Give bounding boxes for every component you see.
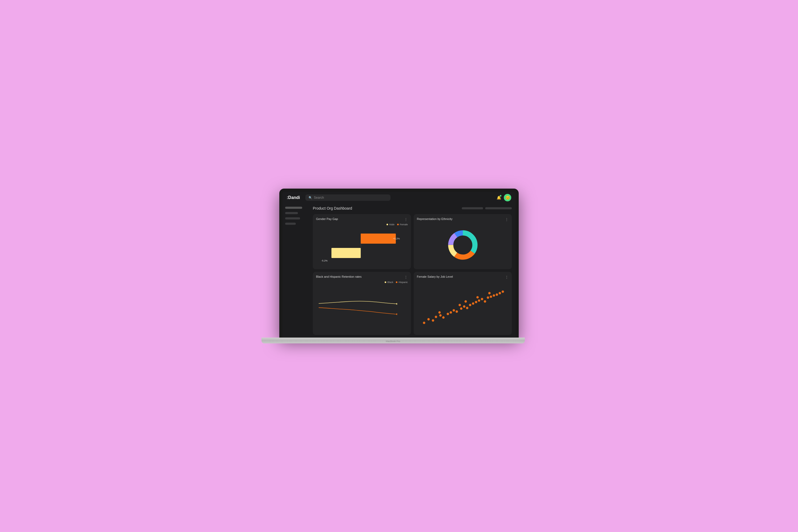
retention-card: Black and Hispanic Retention rates ⋮ Bla… [313,272,411,335]
sidebar-item-4[interactable] [285,223,296,225]
svg-point-17 [456,310,458,313]
control-pill-1[interactable] [462,207,483,209]
svg-point-33 [438,311,441,314]
retention-chart: 91% 88% [316,286,408,332]
svg-point-13 [442,316,444,319]
retention-legend: Black Hispanic [385,281,408,284]
bell-button[interactable]: 🔔 [497,195,501,200]
svg-point-27 [487,297,489,299]
representation-ethnicity-header: Representation by Ethnicity ⋮ [417,217,509,222]
search-input[interactable]: Search [314,196,324,200]
svg-point-26 [484,300,486,303]
sidebar-item-3[interactable] [285,217,300,220]
laptop-model-label: MacBook Pro [386,340,400,343]
gender-pay-gap-menu[interactable]: ⋮ [404,217,408,222]
svg-point-28 [490,296,492,298]
svg-point-35 [464,300,467,303]
svg-point-23 [475,301,477,303]
sidebar-item-1[interactable] [285,207,302,209]
svg-point-24 [478,300,480,302]
legend-hispanic-label: Hispanic [398,281,408,284]
svg-point-16 [453,309,455,312]
representation-ethnicity-title: Representation by Ethnicity [417,217,453,221]
svg-point-30 [496,293,498,296]
bar-row-negative: -5.2% [321,248,400,258]
charts-grid: Gender Pay Gap ⋮ Male [313,214,512,335]
svg-point-25 [481,298,483,300]
svg-point-18 [460,307,462,310]
app: :Dandi 🔍 Search 🔔 😊 [283,192,515,338]
svg-point-20 [466,307,469,309]
scatter-chart-container [417,281,509,332]
bar-container: +5.2% -5.2% [321,233,400,258]
svg-point-5 [455,237,471,253]
svg-point-8 [423,322,425,324]
notification-dot [500,195,501,196]
retention-menu[interactable]: ⋮ [404,275,408,279]
gender-pay-gap-card: Gender Pay Gap ⋮ Male [313,214,411,269]
gender-pay-gap-header: Gender Pay Gap ⋮ Male [316,217,408,226]
page-title: Product Org Dashboard [313,206,352,210]
legend-male-dot [386,224,388,225]
sidebar-item-2[interactable] [285,212,298,214]
bar-row-positive: +5.2% [321,233,400,244]
svg-point-15 [450,311,452,314]
laptop-base: MacBook Pro [262,338,525,343]
svg-point-36 [476,296,479,299]
legend-black: Black [385,281,393,284]
content-area: Product Org Dashboard Gender P [309,204,515,338]
legend-black-dot [385,281,386,283]
topbar-right: 🔔 😊 [497,194,511,201]
female-salary-menu[interactable]: ⋮ [505,275,509,279]
female-salary-title: Female Salary by Job Level [417,275,453,278]
svg-point-37 [488,292,491,294]
legend-male: Male [386,223,395,226]
gender-pay-gap-title: Gender Pay Gap [316,217,338,221]
representation-ethnicity-menu[interactable]: ⋮ [505,217,509,222]
donut-container [417,224,509,266]
female-salary-header: Female Salary by Job Level ⋮ [417,275,509,279]
svg-point-29 [493,294,495,297]
avatar[interactable]: 😊 [504,194,511,201]
search-icon: 🔍 [308,196,312,200]
main-layout: Product Org Dashboard Gender P [283,204,515,338]
legend-female-label: Female [400,223,408,226]
svg-point-34 [459,304,461,306]
positive-label: +5.2% [393,237,400,240]
svg-point-12 [439,315,441,317]
content-header: Product Org Dashboard [313,206,512,210]
svg-point-14 [446,313,449,315]
retention-svg: 91% 88% [319,288,397,329]
representation-ethnicity-card: Representation by Ethnicity ⋮ [414,214,512,269]
legend-female: Female [397,223,408,226]
laptop-screen: :Dandi 🔍 Search 🔔 😊 [283,192,515,338]
sidebar [283,204,309,338]
svg-point-32 [502,290,504,293]
donut-chart [445,228,480,262]
retention-header: Black and Hispanic Retention rates ⋮ Bla… [316,275,408,284]
svg-point-22 [472,302,474,305]
control-pill-2[interactable] [485,207,512,209]
scatter-svg [418,283,507,330]
svg-point-11 [435,316,437,318]
laptop-wrapper: :Dandi 🔍 Search 🔔 😊 [279,189,519,343]
svg-point-19 [463,305,466,308]
retention-title: Black and Hispanic Retention rates [316,275,361,278]
legend-male-label: Male [389,223,395,226]
legend-hispanic-dot [396,281,397,283]
search-bar[interactable]: 🔍 Search [305,194,391,201]
svg-point-21 [469,304,471,306]
female-salary-card: Female Salary by Job Level ⋮ [414,272,512,335]
topbar: :Dandi 🔍 Search 🔔 😊 [283,192,515,204]
svg-point-7 [396,314,397,315]
legend-hispanic: Hispanic [396,281,408,284]
svg-point-10 [432,320,434,322]
svg-point-31 [499,292,501,294]
legend-black-label: Black [387,281,393,284]
gender-pay-gap-legend: Male Female [386,223,408,226]
negative-label: -5.2% [321,259,328,262]
gender-pay-gap-chart: +5.2% -5.2% [316,228,408,266]
svg-point-6 [396,303,397,305]
laptop-screen-border: :Dandi 🔍 Search 🔔 😊 [279,189,519,338]
header-controls [462,207,512,209]
